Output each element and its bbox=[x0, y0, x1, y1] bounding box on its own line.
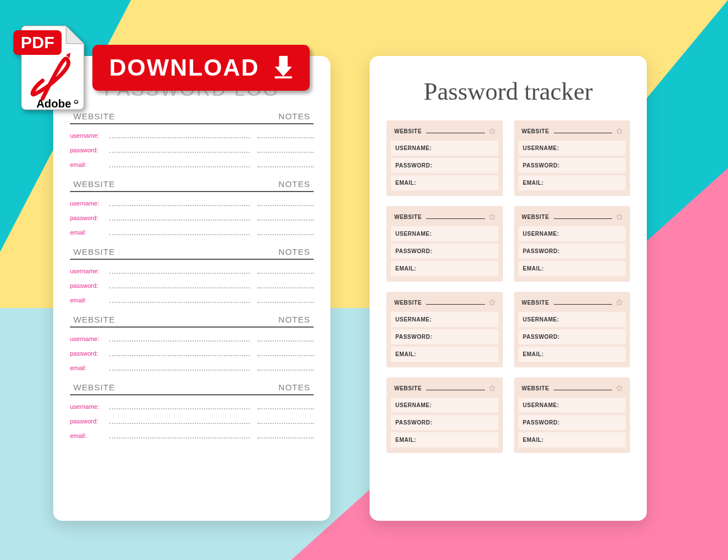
log-entry: WEBSITENOTESusername:password:email: bbox=[70, 111, 314, 168]
tracker-field: USERNAME: bbox=[519, 226, 626, 241]
log-field-label: email: bbox=[70, 161, 109, 168]
underline bbox=[426, 300, 484, 305]
log-field-label: password: bbox=[70, 147, 109, 153]
tracker-website-row: WEBSITE bbox=[519, 296, 626, 310]
dotted-line bbox=[258, 200, 314, 206]
dotted-line bbox=[109, 230, 250, 235]
dotted-line bbox=[109, 133, 250, 138]
tracker-cell: WEBSITEUSERNAME:PASSWORD:EMAIL: bbox=[514, 206, 631, 282]
log-entry-header: WEBSITENOTES bbox=[70, 111, 314, 124]
log-field-label: username: bbox=[70, 335, 109, 342]
underline bbox=[426, 386, 484, 390]
log-entry-header: WEBSITENOTES bbox=[70, 382, 314, 395]
dotted-line bbox=[109, 162, 250, 167]
log-entry-header: WEBSITENOTES bbox=[70, 179, 314, 192]
star-icon bbox=[488, 298, 496, 306]
log-field-row: password: bbox=[70, 147, 314, 153]
download-button[interactable]: DOWNLOAD bbox=[92, 45, 310, 91]
log-field-label: username: bbox=[70, 200, 109, 207]
dotted-line bbox=[109, 365, 250, 371]
log-field-row: username: bbox=[70, 132, 314, 139]
tracker-field: USERNAME: bbox=[519, 312, 626, 327]
log-field-label: password: bbox=[70, 418, 109, 424]
password-tracker-title: Password tracker bbox=[386, 77, 630, 106]
header-website: WEBSITE bbox=[73, 247, 254, 256]
log-field-label: password: bbox=[70, 214, 109, 221]
tracker-field: PASSWORD: bbox=[519, 158, 626, 173]
star-icon bbox=[488, 384, 496, 392]
tracker-field: EMAIL: bbox=[391, 432, 498, 447]
tracker-field: EMAIL: bbox=[519, 347, 626, 362]
dotted-line bbox=[109, 336, 250, 342]
dotted-line bbox=[258, 297, 314, 303]
tracker-field: USERNAME: bbox=[519, 398, 626, 413]
tracker-field: USERNAME: bbox=[391, 312, 498, 327]
dotted-line bbox=[258, 268, 314, 274]
tracker-field: PASSWORD: bbox=[519, 329, 626, 344]
star-icon bbox=[615, 127, 623, 135]
tracker-field: PASSWORD: bbox=[391, 329, 498, 344]
pdf-brand-text: Adobe bbox=[36, 97, 71, 110]
underline bbox=[426, 129, 484, 133]
tracker-website-label: WEBSITE bbox=[394, 300, 422, 306]
tracker-website-row: WEBSITE bbox=[391, 296, 498, 310]
tracker-field: EMAIL: bbox=[519, 432, 626, 447]
dotted-line bbox=[109, 433, 250, 438]
svg-rect-3 bbox=[279, 56, 287, 67]
tracker-website-label: WEBSITE bbox=[522, 300, 549, 306]
tracker-field: USERNAME: bbox=[391, 226, 498, 241]
log-field-row: email: bbox=[70, 297, 314, 304]
tracker-cell: WEBSITEUSERNAME:PASSWORD:EMAIL: bbox=[386, 120, 503, 196]
header-notes: NOTES bbox=[254, 247, 310, 256]
star-icon bbox=[488, 127, 496, 135]
tracker-cell: WEBSITEUSERNAME:PASSWORD:EMAIL: bbox=[386, 206, 503, 282]
star-icon bbox=[488, 213, 496, 221]
dotted-line bbox=[109, 215, 250, 221]
log-entry: WEBSITENOTESusername:password:email: bbox=[70, 315, 314, 371]
underline bbox=[554, 129, 612, 133]
underline bbox=[426, 214, 484, 219]
dotted-line bbox=[258, 433, 314, 438]
tracker-website-row: WEBSITE bbox=[519, 382, 626, 395]
log-field-row: username: bbox=[70, 335, 314, 342]
star-icon bbox=[615, 298, 623, 306]
dotted-line bbox=[109, 297, 250, 303]
tracker-website-row: WEBSITE bbox=[391, 125, 498, 138]
log-field-row: email: bbox=[70, 161, 314, 168]
password-log-card: PASSWORD LOG WEBSITENOTESusername:passwo… bbox=[53, 56, 330, 521]
log-field-label: password: bbox=[70, 350, 109, 357]
dotted-line bbox=[109, 268, 250, 274]
tracker-field: EMAIL: bbox=[391, 261, 498, 276]
log-entry: WEBSITENOTESusername:password:email: bbox=[70, 247, 314, 304]
log-entry-header: WEBSITENOTES bbox=[70, 247, 314, 260]
dotted-line bbox=[109, 351, 250, 356]
header-website: WEBSITE bbox=[73, 382, 254, 392]
tracker-field: USERNAME: bbox=[391, 141, 498, 156]
dotted-line bbox=[258, 215, 314, 221]
tracker-field: USERNAME: bbox=[519, 141, 626, 156]
underline bbox=[554, 386, 612, 390]
tracker-website-label: WEBSITE bbox=[522, 214, 549, 220]
tracker-field: EMAIL: bbox=[519, 261, 626, 276]
tracker-cell: WEBSITEUSERNAME:PASSWORD:EMAIL: bbox=[514, 292, 631, 367]
download-icon bbox=[270, 54, 296, 82]
tracker-website-row: WEBSITE bbox=[519, 211, 626, 224]
log-field-row: email: bbox=[70, 365, 314, 371]
log-field-row: username: bbox=[70, 268, 314, 274]
dotted-line bbox=[109, 147, 250, 153]
header-website: WEBSITE bbox=[73, 179, 254, 189]
tracker-field: EMAIL: bbox=[519, 175, 626, 190]
svg-rect-4 bbox=[275, 76, 292, 78]
log-field-label: username: bbox=[70, 268, 109, 274]
log-field-label: email: bbox=[70, 297, 109, 304]
dotted-line bbox=[258, 365, 314, 371]
dotted-line bbox=[109, 200, 250, 206]
tracker-website-label: WEBSITE bbox=[394, 385, 422, 391]
tracker-website-label: WEBSITE bbox=[522, 385, 549, 391]
tracker-website-label: WEBSITE bbox=[394, 128, 422, 134]
dotted-line bbox=[258, 351, 314, 356]
tracker-website-label: WEBSITE bbox=[394, 214, 422, 220]
dotted-line bbox=[109, 418, 250, 424]
header-notes: NOTES bbox=[254, 111, 310, 121]
header-notes: NOTES bbox=[254, 382, 310, 392]
